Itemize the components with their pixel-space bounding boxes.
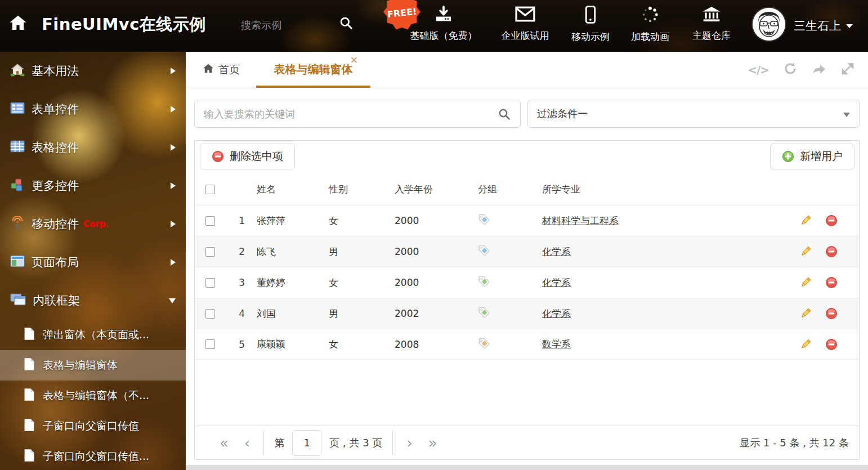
row-checkbox[interactable] xyxy=(205,247,215,257)
tab-home[interactable]: 首页 xyxy=(203,52,240,87)
minus-circle-icon xyxy=(212,150,224,163)
edit-icon[interactable] xyxy=(799,214,812,227)
col-header-name[interactable]: 姓名 xyxy=(248,183,321,196)
nav-basic-version[interactable]: 基础版（免费） xyxy=(404,6,483,42)
grid-panel: 删除选中项 新增用户 姓名 性别 入学年份 分组 所 xyxy=(194,140,860,460)
chevron-down-icon xyxy=(169,298,176,303)
refresh-icon[interactable] xyxy=(784,62,797,78)
header-search-icon[interactable] xyxy=(339,16,354,33)
col-header-major[interactable]: 所学专业 xyxy=(535,183,793,196)
add-user-button[interactable]: 新增用户 xyxy=(770,144,854,169)
first-page-button[interactable]: « xyxy=(212,436,236,450)
top-header: FineUIMvc在线示例 FREE! 基础版（免费） 企业版试用 移动示例 xyxy=(0,0,868,52)
file-icon xyxy=(24,357,35,373)
sidebar-item-inline-frames[interactable]: 内联框架 xyxy=(0,281,186,320)
table-row: 3 董婷婷 女 2000 化学系 xyxy=(195,267,859,298)
home-icon[interactable] xyxy=(9,15,27,34)
tag-icon xyxy=(478,306,490,319)
col-header-year[interactable]: 入学年份 xyxy=(389,183,473,196)
user-name: 三生石上 xyxy=(794,18,841,34)
grid-toolbar: 删除选中项 新增用户 xyxy=(195,141,859,173)
row-checkbox[interactable] xyxy=(205,216,215,226)
chevron-down-icon xyxy=(843,113,850,117)
header-search-input[interactable] xyxy=(241,16,331,35)
chevron-down-icon xyxy=(846,24,853,28)
divider xyxy=(263,431,264,455)
record-summary: 显示 1 - 5 条 , 共 12 条 xyxy=(740,436,849,450)
file-icon xyxy=(24,327,35,343)
delete-icon[interactable] xyxy=(825,276,838,289)
content: 过滤条件一 删除选中项 新增用户 xyxy=(186,87,868,470)
select-all-checkbox[interactable] xyxy=(205,185,215,194)
row-checkbox[interactable] xyxy=(205,339,215,349)
search-icon[interactable] xyxy=(498,108,511,123)
major-link[interactable]: 化学系 xyxy=(542,277,571,288)
app-title: FineUIMvc在线示例 xyxy=(42,14,206,36)
avatar[interactable] xyxy=(753,8,785,41)
table-row: 2 陈飞 男 2000 化学系 xyxy=(195,236,859,267)
major-link[interactable]: 材料科学与工程系 xyxy=(542,215,619,226)
edit-icon[interactable] xyxy=(799,245,812,258)
edit-icon[interactable] xyxy=(799,307,812,320)
frames-icon xyxy=(10,293,26,308)
filter-row: 过滤条件一 xyxy=(194,100,860,128)
layout-icon xyxy=(10,255,25,270)
next-page-button[interactable]: › xyxy=(399,436,420,450)
file-icon xyxy=(24,418,35,434)
page-number-input[interactable] xyxy=(292,430,321,456)
nav-theme-repository[interactable]: 主题仓库 xyxy=(672,6,751,42)
file-icon xyxy=(24,388,35,404)
prev-page-button[interactable]: ‹ xyxy=(236,436,258,450)
keyword-search-box xyxy=(194,100,521,128)
sidebar-item-mobile-controls[interactable]: 移动控件 Corp. xyxy=(0,205,186,243)
sidebar-item-grid-controls[interactable]: 表格控件 xyxy=(0,128,186,167)
sidebar-item-basic-usage[interactable]: 基本用法 xyxy=(0,52,186,90)
delete-icon[interactable] xyxy=(825,307,838,320)
sidebar-subitem-grid-edit-window-2[interactable]: 表格与编辑窗体（不... xyxy=(0,381,186,411)
tab-bar: 首页 表格与编辑窗体 × </> xyxy=(186,52,868,87)
filter-dropdown-value: 过滤条件一 xyxy=(537,107,588,120)
main-area: 首页 表格与编辑窗体 × </> xyxy=(186,52,868,470)
user-menu[interactable]: 三生石上 xyxy=(794,18,853,34)
filter-dropdown[interactable]: 过滤条件一 xyxy=(527,100,860,128)
corp-badge: Corp. xyxy=(83,219,109,229)
sidebar-item-page-layout[interactable]: 页面布局 xyxy=(0,243,186,281)
spinner-icon xyxy=(641,6,659,26)
sidebar-subitem-grid-edit-window[interactable]: 表格与编辑窗体 xyxy=(0,350,186,381)
view-icons: </> xyxy=(748,62,854,78)
major-link[interactable]: 化学系 xyxy=(542,308,571,319)
tab-grid-edit-window[interactable]: 表格与编辑窗体 × xyxy=(256,52,370,87)
sidebar-item-form-controls[interactable]: 表单控件 xyxy=(0,90,186,128)
chevron-right-icon xyxy=(171,68,176,74)
delete-selected-button[interactable]: 删除选中项 xyxy=(200,144,295,169)
row-checkbox[interactable] xyxy=(205,309,215,319)
tab-close-icon[interactable]: × xyxy=(350,55,358,65)
mobile-icon xyxy=(585,6,596,26)
col-header-gender[interactable]: 性别 xyxy=(321,183,389,196)
share-icon[interactable] xyxy=(812,62,826,78)
fullscreen-icon[interactable] xyxy=(841,62,854,78)
keyword-search-input[interactable] xyxy=(195,100,486,127)
tag-icon xyxy=(478,337,490,350)
sidebar-subitem-popup-window[interactable]: 弹出窗体（本页面或... xyxy=(0,320,186,350)
sidebar-subitem-child-to-parent-2[interactable]: 子窗口向父窗口传值... xyxy=(0,441,186,470)
last-page-button[interactable]: » xyxy=(420,436,445,450)
source-code-icon[interactable]: </> xyxy=(748,63,769,77)
app-screen: FineUIMvc在线示例 FREE! 基础版（免费） 企业版试用 移动示例 xyxy=(0,0,868,470)
edit-icon[interactable] xyxy=(799,276,812,289)
sidebar-subitem-child-to-parent[interactable]: 子窗口向父窗口传值 xyxy=(0,411,186,441)
delete-icon[interactable] xyxy=(825,214,838,227)
sidebar-item-more-controls[interactable]: 更多控件 xyxy=(0,167,186,205)
download-icon xyxy=(434,6,453,25)
edit-icon[interactable] xyxy=(799,338,812,351)
major-link[interactable]: 数学系 xyxy=(542,338,571,350)
bottom-strip xyxy=(186,465,868,470)
row-checkbox[interactable] xyxy=(205,278,215,288)
chevron-right-icon xyxy=(171,182,176,189)
col-header-group[interactable]: 分组 xyxy=(473,183,535,196)
delete-icon[interactable] xyxy=(825,245,838,258)
major-link[interactable]: 化学系 xyxy=(542,246,571,257)
table-row: 4 刘国 男 2002 化学系 xyxy=(195,298,859,329)
delete-icon[interactable] xyxy=(825,338,838,351)
sidebar: 基本用法 表单控件 表格控件 更多控件 移动控件 Corp. 页面布局 xyxy=(0,52,186,470)
